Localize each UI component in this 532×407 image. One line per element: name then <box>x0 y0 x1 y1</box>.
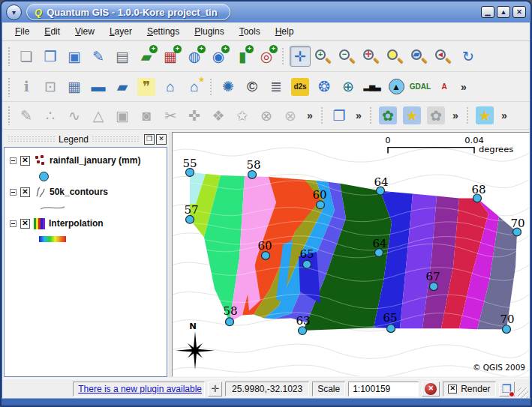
layer-checkbox[interactable]: ✕ <box>20 156 30 166</box>
measure-line-icon[interactable]: ▬ <box>88 76 109 97</box>
stop-render-button[interactable]: ✕ <box>422 382 440 397</box>
capture-polygon-icon[interactable]: △ <box>88 105 109 126</box>
zoom-full-extent-icon[interactable]: ✛ <box>362 46 383 67</box>
layer-checkbox[interactable]: ✕ <box>20 187 30 197</box>
layer-checkbox[interactable]: ✕ <box>20 219 30 229</box>
raster-histogram-icon[interactable]: ▂▅▃ <box>362 76 383 97</box>
show-bookmarks-icon[interactable]: ⌂ <box>160 76 181 97</box>
move-vertex-icon[interactable]: ❖ <box>208 105 229 126</box>
identify-icon[interactable]: ℹ <box>16 76 37 97</box>
menu-plugins[interactable]: Plugins <box>188 24 230 39</box>
dxf2shp-icon[interactable]: d2s <box>290 76 311 97</box>
select-features-icon[interactable]: ⊡ <box>40 76 61 97</box>
main-area: Legend ❐ ✕ ✕ rainfall_january (mm) <box>2 130 530 379</box>
capture-line-icon[interactable]: ∿ <box>64 105 85 126</box>
print-icon[interactable]: ▤ <box>112 46 133 67</box>
toolbar-overflow-icon[interactable]: » <box>458 76 470 97</box>
remove-shapefile-icon[interactable]: ✿ <box>425 105 446 126</box>
measure-area-icon[interactable]: ▰ <box>112 76 133 97</box>
layer-item-rainfall[interactable]: ✕ rainfall_january (mm) <box>6 152 165 169</box>
render-checkbox[interactable]: ✕ <box>448 385 457 394</box>
save-project-as-icon[interactable]: ✎ <box>88 46 109 67</box>
zoom-in-icon[interactable]: + <box>314 46 335 67</box>
new-favourite-shapefile-icon[interactable]: ★ <box>401 105 422 126</box>
new-project-icon[interactable]: ❏ <box>16 46 37 67</box>
new-bookmark-icon[interactable]: ⌂★ <box>184 76 205 97</box>
delimited-text-icon[interactable]: ≣ <box>266 76 287 97</box>
delete-part-icon[interactable]: ✩ <box>232 105 253 126</box>
map-copyright: © QGIS 2009 <box>473 363 525 372</box>
collapse-icon[interactable] <box>10 189 17 196</box>
window-menu-button[interactable]: ▾ <box>6 4 22 20</box>
zoom-to-layer-icon[interactable]: ▰ <box>410 46 431 67</box>
gdal-tools-icon[interactable]: GDAL <box>410 76 431 97</box>
collapse-icon[interactable] <box>10 157 17 164</box>
toolbar-overflow-icon[interactable]: » <box>449 105 461 126</box>
toolbar-overflow-icon[interactable]: » <box>304 105 316 126</box>
coordinate-capture-button[interactable]: ✛ <box>208 382 222 397</box>
map-tips-icon[interactable]: ❞ <box>136 76 157 97</box>
zoom-last-icon[interactable]: ◂ <box>434 46 455 67</box>
scale-input[interactable] <box>348 382 419 397</box>
add-gps-layer-icon[interactable]: ▮+ <box>232 46 253 67</box>
delete-vertex-icon[interactable]: ⊗ <box>256 105 277 126</box>
menu-help[interactable]: Help <box>269 24 301 39</box>
maximize-button[interactable]: ▲ <box>497 6 510 18</box>
layer-item-interpolation[interactable]: ✕ Interpolation <box>6 215 165 232</box>
toolbar-separator <box>281 47 285 65</box>
toolbar-overflow-icon[interactable]: » <box>498 105 510 126</box>
zoom-out-icon[interactable]: − <box>338 46 359 67</box>
map-canvas[interactable]: 0 0.04 degrees N 55586064687057606564675… <box>172 132 530 377</box>
coordinate-display: 25.9980,-32.1023 <box>225 382 309 397</box>
menu-file[interactable]: File <box>8 24 36 39</box>
toolbar-overflow-icon[interactable]: » <box>353 105 365 126</box>
open-project-icon[interactable]: ❒ <box>40 46 61 67</box>
north-arrow-plugin-icon[interactable]: ▲ <box>386 76 407 97</box>
capture-point-icon[interactable]: ∴ <box>40 105 61 126</box>
map-point-label: 57 <box>184 203 198 217</box>
layer-item-contours[interactable]: ✕ 50k_contours <box>6 184 165 200</box>
menu-edit[interactable]: Edit <box>38 24 67 39</box>
add-postgis-layer-icon[interactable]: ◍+ <box>184 46 205 67</box>
copyright-label-icon[interactable]: © <box>242 76 263 97</box>
menu-tools[interactable]: Tools <box>233 24 267 39</box>
delete-selected-icon[interactable]: ⊗ <box>280 105 301 126</box>
toggle-editing-icon[interactable]: ✎ <box>16 105 37 126</box>
minimize-button[interactable]: ▁ <box>481 6 494 18</box>
pdf-export-icon[interactable]: A <box>434 76 455 97</box>
close-button[interactable]: ✕ <box>512 6 526 18</box>
add-ring-icon[interactable]: ▣ <box>112 105 133 126</box>
favourites-map-icon[interactable]: ★ <box>474 105 495 126</box>
menu-layer[interactable]: Layer <box>103 24 139 39</box>
add-island-icon[interactable]: ◙ <box>136 105 157 126</box>
add-raster-layer-icon[interactable]: ▦+ <box>160 46 181 67</box>
map-point-label: 67 <box>425 270 440 283</box>
save-project-icon[interactable]: ▣ <box>64 46 85 67</box>
refresh-icon[interactable]: ↻ <box>458 46 479 67</box>
log-alert-dot <box>509 391 515 397</box>
composer-icon[interactable]: ❐ <box>329 105 350 126</box>
render-toggle[interactable]: ✕ Render <box>443 382 495 397</box>
menu-settings[interactable]: Settings <box>140 24 186 39</box>
map-point <box>186 215 194 223</box>
collapse-icon[interactable] <box>10 220 17 227</box>
new-shapefile-icon[interactable]: ✿ <box>377 105 398 126</box>
resize-grip[interactable] <box>518 388 528 398</box>
pan-tool-icon[interactable]: ✛ <box>290 46 311 67</box>
interpolation-plugin-icon[interactable]: ❂ <box>314 76 335 97</box>
graticule-creator-icon[interactable]: ⊕ <box>338 76 359 97</box>
add-wms-layer-icon[interactable]: ◉+ <box>208 46 229 67</box>
add-wfs-layer-icon[interactable]: ◎+ <box>256 46 277 67</box>
float-panel-icon[interactable]: ❐ <box>144 134 155 145</box>
attribute-table-icon[interactable]: ▦ <box>64 76 85 97</box>
menu-view[interactable]: View <box>68 24 101 39</box>
legend-header[interactable]: Legend ❐ ✕ <box>2 132 169 146</box>
coordinate-capture-icon[interactable]: ✺ <box>218 76 239 97</box>
close-panel-icon[interactable]: ✕ <box>156 134 167 145</box>
move-feature-icon[interactable]: ✜ <box>184 105 205 126</box>
add-vector-layer-icon[interactable]: ▰+ <box>136 46 157 67</box>
message-log-button[interactable]: ❒ <box>499 382 515 397</box>
zoom-to-selection-icon[interactable] <box>386 46 407 67</box>
split-features-icon[interactable]: ✂ <box>160 105 181 126</box>
new-plugin-link[interactable]: There is a new plugin available <box>73 382 205 397</box>
